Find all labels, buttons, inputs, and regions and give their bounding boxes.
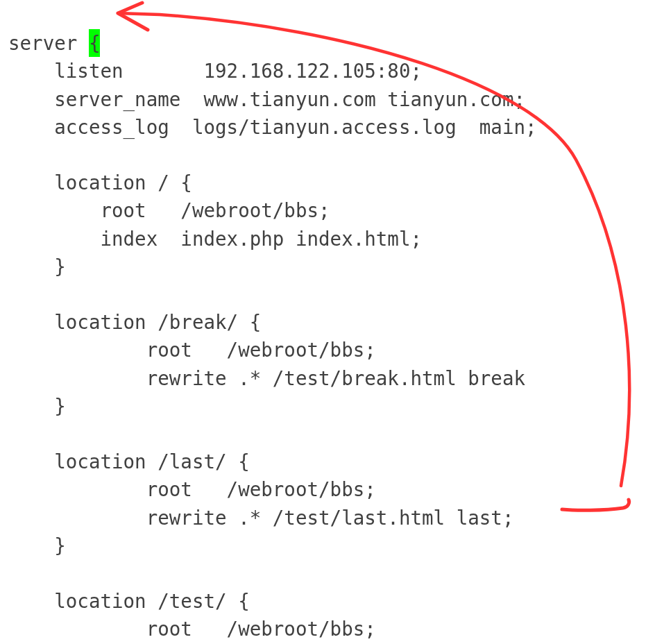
code-line-4: access_log logs/tianyun.access.log main; <box>8 116 537 138</box>
code-line-14: } <box>8 395 66 417</box>
code-line-7: root /webroot/bbs; <box>8 199 330 221</box>
code-line-21: location /test/ { <box>8 590 250 612</box>
code-line-11: location /break/ { <box>8 311 261 333</box>
code-line-22: root /webroot/bbs; <box>8 618 376 640</box>
code-line-16: location /last/ { <box>8 450 250 473</box>
code-line-12: root /webroot/bbs; <box>8 339 376 361</box>
code-line-9: } <box>8 255 66 278</box>
code-line-19: } <box>8 534 66 557</box>
underline-last <box>562 500 629 510</box>
code-line-13: rewrite .* /test/break.html break <box>8 367 525 389</box>
code-line-18: rewrite .* /test/last.html last; <box>8 507 513 529</box>
code-line-1-pre: server <box>8 32 89 54</box>
code-line-3: server_name www.tianyun.com tianyun.com; <box>8 88 525 110</box>
code-line-17: root /webroot/bbs; <box>8 478 376 500</box>
nginx-config-code: server { listen 192.168.122.105:80; serv… <box>0 0 537 644</box>
code-line-8: index index.php index.html; <box>8 228 422 250</box>
cursor-highlight: { <box>89 29 101 57</box>
code-line-2: listen 192.168.122.105:80; <box>8 60 422 82</box>
code-line-6: location / { <box>8 171 192 194</box>
